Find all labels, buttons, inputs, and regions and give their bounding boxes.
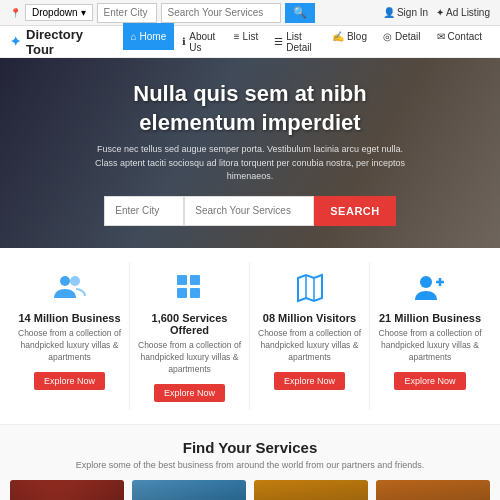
stat-card-services: 1,600 Services Offered Choose from a col… [130, 262, 250, 410]
svg-marker-6 [298, 275, 322, 301]
explore-button-0[interactable]: Explore Now [34, 372, 105, 390]
nav-item-blog[interactable]: ✍ Blog [324, 23, 375, 61]
hero-service-input[interactable] [184, 196, 314, 226]
service-card-1[interactable]: Hospitals 22+ Listing [132, 480, 246, 500]
nav-link-home[interactable]: ⌂ Home [123, 23, 175, 50]
nav-item-detail[interactable]: ◎ Detail [375, 23, 429, 61]
stat-icon-map [292, 270, 328, 306]
svg-rect-5 [190, 288, 200, 298]
plus-icon: ✦ [436, 7, 444, 18]
stat-icon-users [52, 270, 88, 306]
stat-desc-1: Choose from a collection of handpicked l… [136, 340, 243, 376]
logo-icon: ✦ [10, 34, 21, 49]
sign-in-label: Sign In [397, 7, 428, 18]
hero-city-input[interactable] [104, 196, 184, 226]
hero-title: Nulla quis sem at nibhelementum imperdie… [90, 80, 410, 137]
hero-section: Nulla quis sem at nibhelementum imperdie… [0, 58, 500, 248]
list-icon: ≡ [234, 31, 240, 42]
find-services-section: Find Your Services Explore some of the b… [0, 425, 500, 500]
nav-item-home[interactable]: ⌂ Home [123, 23, 175, 61]
nav-link-detail[interactable]: ◎ Detail [375, 23, 429, 50]
service-card-0[interactable]: Hotels & Resorts 35+ Listing [10, 480, 124, 500]
explore-button-2[interactable]: Explore Now [274, 372, 345, 390]
find-services-subtitle: Explore some of the best business from a… [10, 460, 490, 470]
dropdown-label: Dropdown [32, 7, 78, 18]
home-icon: ⌂ [131, 31, 137, 42]
svg-rect-3 [190, 275, 200, 285]
stat-desc-2: Choose from a collection of handpicked l… [256, 328, 363, 364]
search-button-top[interactable]: 🔍 [285, 3, 315, 23]
hero-search-button[interactable]: SEARCH [314, 196, 395, 226]
svg-point-9 [420, 276, 432, 288]
nav-item-list-detail[interactable]: ☰ List Detail [266, 23, 324, 61]
svg-rect-4 [177, 288, 187, 298]
find-services-header: Find Your Services Explore some of the b… [10, 439, 490, 470]
main-nav: ✦ Directory Tour ⌂ Home ℹ About Us ≡ Lis… [0, 26, 500, 58]
stat-title-0: 14 Million Business [18, 312, 120, 324]
stat-title-2: 08 Million Visitors [263, 312, 356, 324]
logo-text: Directory Tour [26, 27, 108, 57]
service-card-2[interactable]: Transportation 18+ Listing [254, 480, 368, 500]
nav-link-contact[interactable]: ✉ Contact [429, 23, 490, 50]
logo: ✦ Directory Tour [10, 27, 108, 57]
stat-desc-0: Choose from a collection of handpicked l… [16, 328, 123, 364]
top-bar-right: 👤 Sign In ✦ Ad Listing [383, 7, 490, 18]
hero-subtitle: Fusce nec tellus sed augue semper porta.… [90, 143, 410, 184]
nav-item-about[interactable]: ℹ About Us [174, 23, 226, 61]
nav-links: ⌂ Home ℹ About Us ≡ List ☰ List Detail ✍ [123, 23, 490, 61]
hero-content: Nulla quis sem at nibhelementum imperdie… [90, 80, 410, 184]
info-icon: ℹ [182, 36, 186, 47]
dropdown-button[interactable]: Dropdown ▾ [25, 4, 93, 21]
explore-button-1[interactable]: Explore Now [154, 384, 225, 402]
stat-card-business: 14 Million Business Choose from a collec… [10, 262, 130, 410]
search-input-top[interactable] [161, 3, 281, 23]
sign-in-button[interactable]: 👤 Sign In [383, 7, 428, 18]
stat-title-1: 1,600 Services Offered [136, 312, 243, 336]
list-detail-icon: ☰ [274, 36, 283, 47]
service-cards-grid: Hotels & Resorts 35+ Listing Hospitals 2… [10, 480, 490, 500]
chevron-down-icon: ▾ [81, 7, 86, 18]
contact-icon: ✉ [437, 31, 445, 42]
nav-item-list[interactable]: ≡ List [226, 23, 266, 61]
nav-item-contact[interactable]: ✉ Contact [429, 23, 490, 61]
nav-link-blog[interactable]: ✍ Blog [324, 23, 375, 50]
hero-search-bar: SEARCH [104, 196, 395, 226]
explore-button-3[interactable]: Explore Now [394, 372, 465, 390]
stat-desc-3: Choose from a collection of handpicked l… [376, 328, 484, 364]
detail-icon: ◎ [383, 31, 392, 42]
stat-title-3: 21 Million Business [379, 312, 481, 324]
ad-listing-button[interactable]: ✦ Ad Listing [436, 7, 490, 18]
svg-rect-2 [177, 275, 187, 285]
user-icon: 👤 [383, 7, 395, 18]
nav-link-about[interactable]: ℹ About Us [174, 23, 226, 61]
top-bar-left: 📍 Dropdown ▾ 🔍 [10, 3, 377, 23]
stat-card-million: 21 Million Business Choose from a collec… [370, 262, 490, 410]
find-services-title: Find Your Services [10, 439, 490, 456]
stat-icon-user-plus [412, 270, 448, 306]
svg-point-1 [70, 276, 80, 286]
stats-section: 14 Million Business Choose from a collec… [0, 248, 500, 425]
nav-link-list[interactable]: ≡ List [226, 23, 266, 50]
ad-listing-label: Ad Listing [446, 7, 490, 18]
svg-point-0 [60, 276, 70, 286]
service-card-3[interactable]: Resorte 12+ Listing [376, 480, 490, 500]
nav-link-list-detail[interactable]: ☰ List Detail [266, 23, 324, 61]
stat-card-visitors: 08 Million Visitors Choose from a collec… [250, 262, 370, 410]
city-input-top[interactable] [97, 3, 157, 23]
location-icon: 📍 [10, 8, 21, 18]
blog-icon: ✍ [332, 31, 344, 42]
stat-icon-grid [172, 270, 208, 306]
